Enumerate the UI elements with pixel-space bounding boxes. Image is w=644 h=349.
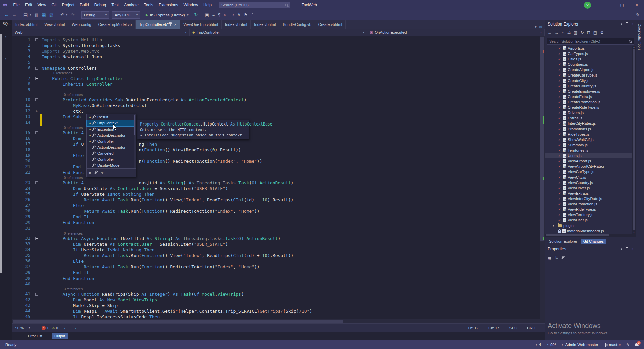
menu-build[interactable]: Build	[77, 0, 92, 10]
tree-item[interactable]: JSmaterial-dashboard.js	[545, 228, 636, 234]
formatting-marks-icon[interactable]: ¶	[216, 12, 222, 18]
tree-item[interactable]: ✓JSCreateRideType.js	[545, 105, 636, 110]
tab-create-vbhtml[interactable]: Create.vbhtml	[315, 20, 346, 29]
expand-results-icon[interactable]: ⊞	[89, 170, 91, 175]
bookmark-icon[interactable]: ⚑	[242, 12, 249, 18]
popup-scrollbar[interactable]	[134, 114, 136, 168]
tree-item[interactable]: ✓JSCountries.js	[545, 62, 636, 67]
completion-item[interactable]: DisplayMode	[87, 162, 136, 168]
error-count[interactable]: 1	[47, 326, 49, 330]
fold-margin[interactable]	[33, 37, 40, 43]
maximize-icon[interactable]: ▢	[614, 0, 629, 10]
tree-horizontal-scrollbar[interactable]	[545, 234, 636, 237]
editor-horizontal-scrollbar[interactable]	[12, 319, 545, 323]
tree-item[interactable]: ✓JSViewRideType.js	[545, 207, 636, 212]
show-all-files-icon[interactable]: ▤	[593, 30, 597, 35]
tree-item[interactable]: ✓JSInterCityRates.js	[545, 121, 636, 126]
property-pages-icon[interactable]	[561, 256, 565, 260]
completion-item[interactable]: ★HttpContext	[87, 120, 136, 126]
tree-item[interactable]: ✓JSCreateCountry.js	[545, 83, 636, 89]
tree-item[interactable]: ✓JSRideTypes.js	[545, 132, 636, 137]
menu-help[interactable]: Help	[201, 0, 214, 10]
codelens-row[interactable]: 0 references	[12, 71, 545, 76]
customize-toolbar-icon[interactable]: ✎	[634, 12, 641, 18]
menu-project[interactable]: Project	[59, 0, 77, 10]
tab-viewonetrip-vbhtml[interactable]: ViewOneTrip.vbhtml	[180, 20, 222, 29]
tree-item[interactable]: ✓JSViewCarType.js	[545, 169, 636, 174]
performance-gauge[interactable]: ◔99°	[546, 343, 556, 347]
editor-vertical-scrollbar[interactable]	[540, 36, 545, 319]
breadcrumb-project[interactable]: Web▾	[12, 29, 190, 36]
scrollbar-thumb[interactable]	[540, 37, 544, 241]
active-files-dropdown-icon[interactable]: ▾	[535, 25, 537, 29]
undo-icon[interactable]: ↶▾	[59, 12, 69, 18]
error-count-icon[interactable]: ✕	[42, 326, 46, 330]
solution-configuration-dropdown[interactable]: Debug▾	[81, 11, 109, 19]
start-debug-button[interactable]: ▶IIS Express (Firefox)▾	[143, 11, 191, 19]
tree-item[interactable]: ✓JSCreateEmployee.js	[545, 89, 636, 94]
tree-item[interactable]: ✓JSViewDriver.js	[545, 185, 636, 191]
fold-collapse-icon[interactable]	[35, 98, 38, 101]
breadcrumb-member[interactable]: ▣OnActionExecuted▾	[367, 29, 545, 36]
diagnostic-tools-tab[interactable]: Diagnostic Tools	[636, 20, 643, 54]
changes-count[interactable]: ↑4	[535, 343, 541, 347]
tree-item[interactable]: ✓JSUsers.js	[545, 153, 636, 158]
tab-web-config[interactable]: Web.config	[68, 20, 95, 29]
tree-item[interactable]: ✓JSShowWaitGif.js	[545, 137, 636, 142]
refresh-icon[interactable]: ↻	[193, 12, 200, 18]
warning-count[interactable]: 0	[56, 326, 58, 330]
tree-item[interactable]: ✓JSViewInterCityRate.js	[545, 196, 636, 201]
panel-tab-git-changes[interactable]: Git Changes	[581, 239, 606, 244]
tab-index-vbhtml[interactable]: Index.vbhtml	[251, 20, 279, 29]
scroll-up-icon[interactable]: ▲	[633, 46, 635, 48]
completion-item[interactable]: Controller	[87, 156, 136, 162]
edit-indicator[interactable]: ✎	[626, 343, 629, 347]
fold-margin[interactable]	[33, 236, 40, 241]
tree-item[interactable]: ✓JSViewUser.js	[545, 217, 636, 223]
filter-properties-icon[interactable]	[94, 171, 98, 174]
minimize-icon[interactable]: ─	[600, 0, 614, 10]
completion-item[interactable]: ActionDescriptor	[87, 144, 136, 150]
menu-extensions[interactable]: Extensions	[156, 0, 181, 10]
tab-index-vbhtml[interactable]: Index.vbhtml	[222, 20, 251, 29]
menu-test[interactable]: Test	[109, 0, 121, 10]
menu-window[interactable]: Window	[181, 0, 201, 10]
tree-item[interactable]: ✓JSCreateAirport.js	[545, 67, 636, 72]
tab-view-vbhtml[interactable]: View.vbhtml	[41, 20, 68, 29]
tree-item[interactable]: ✓JSPromotions.js	[545, 126, 636, 132]
zoom-control[interactable]: 90 % ▾	[15, 326, 37, 330]
publish-branch[interactable]: ↑Admin-Web-master	[561, 343, 598, 347]
codelens-row[interactable]: 0 references	[12, 93, 545, 97]
collapse-left-icon[interactable]: ◂	[5, 35, 6, 38]
completion-item[interactable]: ★Controller	[87, 138, 136, 144]
tree-item[interactable]: ✓JSCities.js	[545, 56, 636, 62]
indent-increase-icon[interactable]: ⇥	[229, 12, 236, 18]
sync-with-active-document-icon[interactable]: ↻	[581, 30, 584, 35]
tree-item[interactable]: ✓JSCarTypes.js	[545, 51, 636, 56]
tree-item[interactable]: ✓JSViewPromotion.js	[545, 201, 636, 207]
new-file-icon[interactable]: ▤▾	[22, 12, 33, 18]
solution-explorer-search[interactable]: Search Solution Explorer (Ctrl+;)	[545, 37, 636, 46]
collapse-all-icon[interactable]: ⊟	[587, 30, 590, 35]
tree-item[interactable]: ✓JSViewAirport.js	[545, 158, 636, 164]
close-icon[interactable]: ×	[174, 22, 176, 27]
completion-item[interactable]: ★Exception	[87, 126, 136, 132]
comment-icon[interactable]: //	[236, 12, 242, 18]
tab-bundleconfig-vb[interactable]: BundleConfig.vb	[279, 20, 315, 29]
categorize-icon[interactable]: ▦	[548, 256, 551, 260]
tree-item[interactable]: ✓JSAirports.js	[545, 46, 636, 51]
menu-debug[interactable]: Debug	[92, 0, 109, 10]
pin-icon[interactable]	[625, 247, 629, 251]
completion-item[interactable]: ★Result	[87, 114, 136, 120]
fold-collapse-icon[interactable]	[35, 181, 38, 184]
fold-collapse-icon[interactable]	[35, 293, 38, 296]
code-editor[interactable]: 1Imports System.Net.Http2Imports System.…	[12, 36, 545, 319]
warning-count-icon[interactable]: ⚠	[52, 326, 55, 330]
scroll-down-icon[interactable]: ▼	[633, 231, 635, 233]
tree-item[interactable]: ✓JSTerritories.js	[545, 148, 636, 153]
fold-margin[interactable]	[33, 291, 40, 297]
properties-icon[interactable]: ⚙	[600, 30, 604, 35]
notifications[interactable]: 2	[635, 343, 639, 347]
tree-item[interactable]: ✓JSViewAirportCityRate.j	[545, 164, 636, 169]
codelens-row[interactable]: 3 references	[12, 287, 545, 291]
